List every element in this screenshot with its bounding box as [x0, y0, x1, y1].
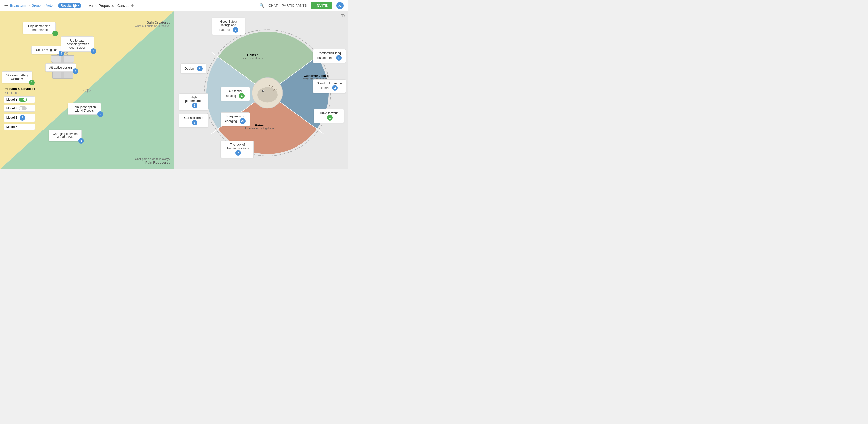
design-vote: 6	[197, 66, 203, 72]
header: ☰ Brainstorm → Group → Vote → Results 1 …	[0, 0, 348, 11]
high-performance-vote: 2	[192, 103, 197, 108]
card-attractive[interactable]: Attractive design 2	[45, 63, 76, 72]
chat-link[interactable]: CHAT	[269, 4, 278, 7]
attractive-vote: 2	[72, 68, 78, 74]
card-drive-work[interactable]: Drive to work 1	[313, 109, 344, 123]
breadcrumb-results[interactable]: Results 1 ▾	[58, 3, 82, 8]
card-good-safety[interactable]: Good Safety ratings and features 2	[212, 18, 245, 35]
drive-work-vote: 1	[327, 115, 333, 120]
frequency-vote: 23	[240, 118, 246, 124]
lack-charging-vote: 7	[236, 150, 241, 156]
battery-vote: 2	[29, 80, 35, 85]
breadcrumb-vote[interactable]: Vote	[46, 4, 53, 7]
card-family-seating[interactable]: 4-7 family seating 1	[221, 87, 250, 101]
header-left: ☰ Brainstorm → Group → Vote → Results 1 …	[4, 3, 256, 8]
hamburger-menu[interactable]: ☰	[4, 3, 8, 8]
product-model-x[interactable]: Model X	[4, 124, 35, 130]
model-3-toggle[interactable]	[19, 106, 27, 110]
chevron-down-icon: ▾	[78, 4, 79, 7]
card-lack-charging[interactable]: The lack of charging stations 7	[221, 141, 254, 158]
breadcrumb-brainstorm[interactable]: Brainstorm	[10, 4, 26, 7]
center-arrows: ◁▷	[84, 87, 91, 93]
products-services-section: Products & Services : Our offering. Mode…	[4, 87, 35, 132]
card-high-performance[interactable]: High performance 2	[179, 93, 208, 111]
header-right: 🔍 CHAT PARTICIPANTS INVITE JL	[259, 2, 344, 9]
card-high-demanding[interactable]: High demanding performance 1	[23, 22, 56, 34]
model-s-vote: 9	[20, 115, 25, 120]
card-car-accidents[interactable]: Car accidents 6	[179, 114, 208, 128]
main-area: Gain Creators : What our customers recei…	[0, 11, 348, 169]
search-icon[interactable]: 🔍	[259, 3, 265, 8]
model-y-toggle[interactable]	[19, 97, 27, 102]
pain-reducers-label: What pain do we take away? Pain Reducers…	[135, 158, 170, 164]
family-car-vote: 6	[97, 111, 103, 117]
svg-rect-3	[61, 56, 64, 62]
comfortable-vote: 8	[336, 55, 342, 61]
product-model-s[interactable]: Model S 9	[4, 114, 35, 122]
gear-icon[interactable]: ⚙	[131, 4, 134, 8]
card-design[interactable]: Design 6	[181, 63, 206, 74]
right-panel: Gains : Expected or desired. Pains : Exp…	[174, 11, 348, 169]
card-comfortable[interactable]: Comfortable long distance trip 8	[313, 49, 346, 63]
family-seating-vote: 1	[239, 93, 245, 98]
card-charging[interactable]: Charging between 45-90 KM/H 9	[49, 130, 82, 141]
card-battery[interactable]: 6+ years Battery warranty 2	[2, 72, 32, 83]
card-stand-out[interactable]: Stand out from the crowd 11	[313, 79, 346, 93]
card-up-to-date[interactable]: Up to date Technology with a touch scree…	[61, 36, 94, 52]
good-safety-vote: 2	[233, 27, 239, 33]
product-model-y[interactable]: Model Y	[4, 96, 35, 103]
invite-button[interactable]: INVITE	[311, 2, 332, 9]
card-frequency[interactable]: Frequency of charging 23	[221, 112, 250, 126]
svg-point-15	[260, 88, 268, 95]
breadcrumb: Brainstorm → Group → Vote → Results 1 ▾	[10, 3, 82, 8]
avatar[interactable]: JL	[336, 2, 344, 9]
gains-label: Gains : Expected or desired.	[241, 53, 265, 60]
left-panel: Gain Creators : What our customers recei…	[0, 11, 174, 169]
gain-creators-label: Gain Creators : What our customers recei…	[135, 21, 170, 28]
card-self-driving[interactable]: Self-Driving car 4	[31, 46, 62, 54]
car-accidents-vote: 6	[192, 120, 197, 125]
card-family-car[interactable]: Family car option with 4-7 seats 6	[68, 103, 101, 115]
svg-point-17	[263, 90, 264, 91]
stand-out-vote: 11	[332, 85, 338, 91]
participants-link[interactable]: PARTICIPANTS	[282, 4, 307, 7]
breadcrumb-group[interactable]: Group	[32, 4, 41, 7]
canvas-title: Value Proposition Canvas ⚙	[89, 4, 134, 8]
product-model-3[interactable]: Model 3	[4, 105, 35, 112]
text-resize-icon[interactable]: Tr	[341, 14, 345, 18]
